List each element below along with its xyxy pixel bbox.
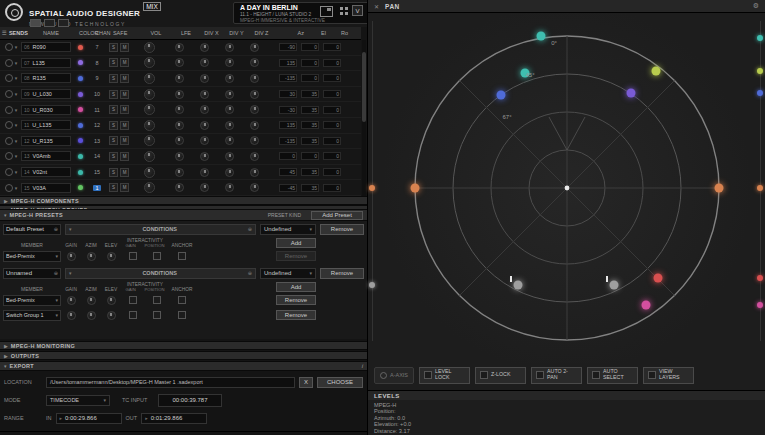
checkbox[interactable] <box>480 371 488 379</box>
sends-scrollbar-thumb[interactable] <box>362 52 366 122</box>
section-mpegh-components[interactable]: ▶ MPEG-H COMPONENTS <box>0 196 367 205</box>
channel-color-dot[interactable] <box>78 107 83 112</box>
elev-knob[interactable] <box>107 252 116 261</box>
remove-member-button[interactable]: Remove <box>276 295 316 305</box>
rotation-value[interactable]: 0 <box>323 152 341 160</box>
interactivity-gain-checkbox[interactable] <box>129 252 137 260</box>
solo-button[interactable]: S <box>109 105 118 114</box>
div-x-knob[interactable] <box>200 90 209 99</box>
add-condition-icon[interactable]: ⊕ <box>248 270 252 276</box>
sends-row[interactable]: ▾12U_R13513SM-135350 <box>0 134 361 150</box>
div-x-knob[interactable] <box>200 43 209 52</box>
pan-object-dot[interactable] <box>537 32 546 41</box>
div-z-knob[interactable] <box>250 152 259 161</box>
add-condition-icon[interactable]: ⊕ <box>248 226 252 232</box>
volume-knob[interactable] <box>144 104 155 115</box>
auto-select-toggle[interactable]: AUTO SELECT <box>587 367 638 384</box>
channel-color-dot[interactable] <box>78 45 83 50</box>
member-dropdown[interactable]: Switch Group 1▾ <box>3 310 61 321</box>
elevation-value[interactable]: 0 <box>301 43 319 51</box>
row-caret-icon[interactable]: ▾ <box>15 138 18 144</box>
div-x-knob[interactable] <box>200 183 209 192</box>
solo-button[interactable]: S <box>109 121 118 130</box>
azim-knob[interactable] <box>87 311 96 320</box>
gain-knob[interactable] <box>67 252 76 261</box>
pan-object-dot[interactable] <box>610 281 619 290</box>
lfe-knob[interactable] <box>175 168 184 177</box>
elevation-strip-dot[interactable] <box>757 275 763 281</box>
solo-button[interactable]: S <box>109 136 118 145</box>
interactivity-position-checkbox[interactable] <box>153 252 161 260</box>
stepper-icon[interactable]: ▸ <box>145 415 148 421</box>
grid-view-icon[interactable] <box>340 7 348 15</box>
azim-knob[interactable] <box>87 296 96 305</box>
mute-button[interactable]: M <box>120 168 129 177</box>
pan-object-dot[interactable] <box>642 301 651 310</box>
channel-color-dot[interactable] <box>78 185 83 190</box>
channel-color-dot[interactable] <box>78 92 83 97</box>
row-caret-icon[interactable]: ▾ <box>15 44 18 50</box>
anchor-checkbox[interactable] <box>178 311 186 319</box>
v-button[interactable]: V <box>352 5 363 16</box>
div-z-knob[interactable] <box>250 58 259 67</box>
lfe-knob[interactable] <box>175 183 184 192</box>
lfe-knob[interactable] <box>175 90 184 99</box>
elevation-value[interactable]: 35 <box>301 90 319 98</box>
div-z-knob[interactable] <box>250 168 259 177</box>
window-layout-icon[interactable] <box>320 6 333 17</box>
elevation-strip-dot[interactable] <box>369 282 375 288</box>
div-z-knob[interactable] <box>250 74 259 83</box>
rotation-value[interactable]: 0 <box>323 74 341 82</box>
azimuth-value[interactable]: 45 <box>279 168 297 176</box>
mute-button[interactable]: M <box>120 90 129 99</box>
left-elevation-strip[interactable] <box>368 13 376 363</box>
range-out-field[interactable]: ▸0:01:29.866 <box>141 413 207 424</box>
channel-name[interactable]: 14V02nt <box>21 167 71 177</box>
volume-knob[interactable] <box>144 135 155 146</box>
rotation-value[interactable]: 0 <box>323 43 341 51</box>
elevation-strip-dot[interactable] <box>757 68 763 74</box>
div-y-knob[interactable] <box>225 168 234 177</box>
volume-knob[interactable] <box>144 120 155 131</box>
preset-name-field[interactable]: Unnamed⊕ <box>3 268 61 279</box>
attach-icon[interactable]: ⊕ <box>54 226 58 232</box>
sends-row[interactable]: ▾09U_L03010SM30350 <box>0 87 361 103</box>
info-icon[interactable]: i <box>362 363 363 369</box>
sends-row[interactable]: ▾14V02nt15SM45350 <box>0 165 361 181</box>
div-z-knob[interactable] <box>250 43 259 52</box>
view-layers-toggle[interactable]: VIEW LAYERS <box>643 367 694 384</box>
sends-row[interactable]: ▾15V03A1SM-45350 <box>0 180 361 196</box>
add-preset-button[interactable]: Add Preset <box>311 211 363 220</box>
solo-button[interactable]: S <box>109 183 118 192</box>
elevation-value[interactable]: 35 <box>301 121 319 129</box>
azimuth-value[interactable]: -45 <box>279 184 297 192</box>
elevation-value[interactable]: 0 <box>301 74 319 82</box>
mute-button[interactable]: M <box>120 136 129 145</box>
rotation-value[interactable]: 0 <box>323 184 341 192</box>
section-mpegh-monitoring[interactable]: ▶ MPEG-H MONITORING <box>0 341 367 350</box>
add-member-button[interactable]: Add <box>276 282 316 292</box>
elevation-value[interactable]: 35 <box>301 106 319 114</box>
div-y-knob[interactable] <box>225 121 234 130</box>
row-caret-icon[interactable]: ▾ <box>15 153 18 159</box>
pan-object-dot[interactable] <box>411 184 420 193</box>
mute-button[interactable]: M <box>120 152 129 161</box>
rotation-value[interactable]: 0 <box>323 59 341 67</box>
preset-kind-dropdown[interactable]: Undefined▾ <box>260 268 316 279</box>
gain-knob[interactable] <box>67 311 76 320</box>
checkbox[interactable] <box>648 371 656 379</box>
channel-name[interactable]: 13V0Amb <box>21 151 71 161</box>
mute-button[interactable]: M <box>120 74 129 83</box>
elev-knob[interactable] <box>107 296 116 305</box>
row-caret-icon[interactable]: ▾ <box>15 75 18 81</box>
section-export[interactable]: ▾ EXPORT i <box>0 361 367 371</box>
elevation-value[interactable]: 35 <box>301 137 319 145</box>
channel-color-dot[interactable] <box>78 138 83 143</box>
div-z-knob[interactable] <box>250 183 259 192</box>
div-y-knob[interactable] <box>225 183 234 192</box>
location-path-field[interactable]: /Users/tomammermann/Desktop/MPEG-H Maste… <box>46 377 295 388</box>
pan-object-dot[interactable] <box>654 274 663 283</box>
azimuth-value[interactable]: 30 <box>279 90 297 98</box>
a-axis-toggle[interactable]: A-AXIS <box>374 367 414 384</box>
sends-row[interactable]: ▾10U_R03011SM-30350 <box>0 102 361 118</box>
